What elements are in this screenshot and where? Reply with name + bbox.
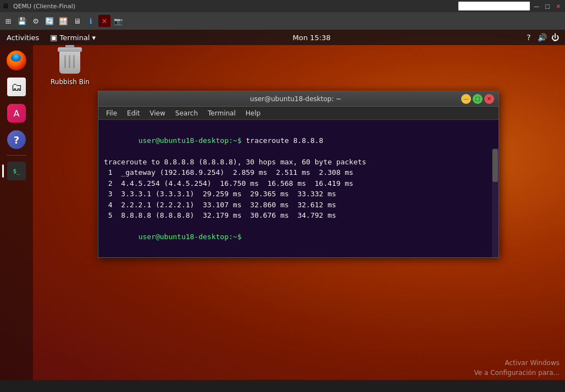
terminal-line-3: 1 _gateway (192.168.9.254) 2.859 ms 2.51… [104, 167, 493, 178]
terminal-scroll-thumb[interactable] [492, 149, 498, 182]
dock-item-store[interactable]: A [4, 101, 29, 125]
qemu-tool-window[interactable]: 🪟 [57, 15, 69, 27]
terminal-body[interactable]: user@ubuntu18-desktop:~$ traceroute 8.8.… [98, 120, 498, 257]
qemu-search-input[interactable] [458, 2, 530, 10]
store-icon: A [7, 104, 26, 123]
terminal-line-7: 5 8.8.8.8 (8.8.8.8) 32.179 ms 30.676 ms … [104, 210, 493, 221]
files-icon: 🗂 [7, 78, 26, 96]
qemu-tool-settings[interactable]: ⚙ [30, 15, 42, 27]
menu-file[interactable]: File [102, 108, 121, 118]
menu-terminal[interactable]: Terminal [203, 108, 240, 118]
dock: 🗂 A ? $_ [0, 45, 33, 380]
qemu-tool-info[interactable]: ℹ [85, 15, 97, 27]
qemu-tool-display[interactable]: 🖥 [71, 15, 83, 27]
dock-item-help[interactable]: ? [4, 128, 29, 152]
dock-item-terminal[interactable]: $_ [4, 159, 29, 183]
rubbish-bin-label: Rubbish Bin [51, 78, 90, 86]
qemu-tool-pointer[interactable]: ⊞ [2, 15, 14, 27]
trash-lid [58, 47, 82, 52]
terminal-line-8: user@ubuntu18-desktop:~$ [104, 221, 493, 253]
menu-help[interactable]: Help [241, 108, 265, 118]
terminal-minimize-button[interactable]: — [461, 94, 471, 104]
qemu-bar-left: 🖥 QEMU (Cliente-Final) [2, 2, 75, 10]
trash-body [59, 52, 80, 74]
desktop: 🖥 QEMU (Cliente-Final) — □ ✕ ⊞ 💾 ⚙ 🔄 🪟 🖥… [0, 0, 565, 392]
menu-view[interactable]: View [145, 108, 169, 118]
qemu-tool-close[interactable]: ✕ [98, 15, 110, 27]
terminal-maximize-button[interactable]: □ [473, 94, 483, 104]
terminal-prompt-1: user@ubuntu18-desktop:~$ [139, 136, 242, 145]
qemu-titlebar: 🖥 QEMU (Cliente-Final) — □ ✕ [0, 0, 565, 12]
terminal-line-5: 3 3.3.3.1 (3.3.3.1) 29.259 ms 29.365 ms … [104, 189, 493, 200]
qemu-tool-save[interactable]: 💾 [16, 15, 28, 27]
panel-help-button[interactable]: ? [523, 32, 534, 43]
panel-app-arrow-icon: ▾ [92, 34, 96, 42]
trash-icon [57, 47, 83, 76]
help-icon: ? [7, 130, 26, 149]
activities-button[interactable]: Activities [0, 30, 46, 45]
activate-line2: Ve a Configuración para... [474, 368, 560, 378]
terminal-panel-icon: ▣ [50, 33, 57, 42]
terminal-prompt-2: user@ubuntu18-desktop:~$ [139, 233, 242, 241]
dock-item-files[interactable]: 🗂 [4, 75, 29, 99]
terminal-scrollbar[interactable] [492, 148, 498, 257]
qemu-tool-camera[interactable]: 📷 [112, 15, 124, 27]
menu-search[interactable]: Search [171, 108, 202, 118]
qemu-minimize-button[interactable]: — [532, 2, 541, 10]
terminal-window: user@ubuntu18-desktop: ~ — □ ✕ File Edit… [98, 91, 499, 258]
panel-clock: Mon 15:38 [100, 34, 523, 42]
terminal-dock-icon: $_ [7, 162, 26, 180]
qemu-logo-icon: 🖥 [2, 2, 9, 10]
terminal-title: user@ubuntu18-desktop: ~ [130, 95, 461, 103]
panel-app-terminal[interactable]: ▣ Terminal ▾ [46, 30, 100, 45]
activate-watermark: Activar Windows Ve a Configuración para.… [474, 358, 560, 378]
terminal-menubar: File Edit View Search Terminal Help [98, 107, 498, 120]
panel-sound-icon[interactable]: 🔊 [536, 32, 547, 43]
terminal-line-4: 2 4.4.5.254 (4.4.5.254) 16.750 ms 16.568… [104, 178, 493, 189]
terminal-line-6: 4 2.2.2.1 (2.2.2.1) 33.107 ms 32.860 ms … [104, 200, 493, 211]
panel-right-area: ? 🔊 ⏻ [523, 32, 565, 43]
terminal-titlebar: user@ubuntu18-desktop: ~ — □ ✕ [98, 91, 498, 107]
ubuntu-panel: Activities ▣ Terminal ▾ Mon 15:38 ? 🔊 ⏻ [0, 30, 565, 45]
windows-taskbar [0, 380, 565, 392]
terminal-line-2: traceroute to 8.8.8.8 (8.8.8.8), 30 hops… [104, 157, 493, 168]
panel-power-icon[interactable]: ⏻ [550, 32, 561, 43]
firefox-icon [7, 51, 26, 70]
terminal-close-button[interactable]: ✕ [484, 94, 494, 104]
dock-item-firefox[interactable] [4, 48, 29, 73]
qemu-tool-refresh[interactable]: 🔄 [43, 15, 56, 27]
qemu-maximize-button[interactable]: □ [543, 2, 552, 10]
desktop-icon-rubbish-bin[interactable]: Rubbish Bin [48, 45, 92, 88]
terminal-window-buttons: — □ ✕ [461, 94, 494, 104]
panel-app-name: Terminal [60, 34, 90, 42]
activate-line1: Activar Windows [474, 358, 560, 368]
qemu-close-button[interactable]: ✕ [554, 2, 563, 10]
dock-separator [7, 155, 26, 156]
terminal-line-1: user@ubuntu18-desktop:~$ traceroute 8.8.… [104, 124, 493, 157]
qemu-toolbar: ⊞ 💾 ⚙ 🔄 🪟 🖥 ℹ ✕ 📷 [0, 12, 565, 30]
qemu-title: QEMU (Cliente-Final) [13, 3, 75, 10]
menu-edit[interactable]: Edit [123, 108, 144, 118]
